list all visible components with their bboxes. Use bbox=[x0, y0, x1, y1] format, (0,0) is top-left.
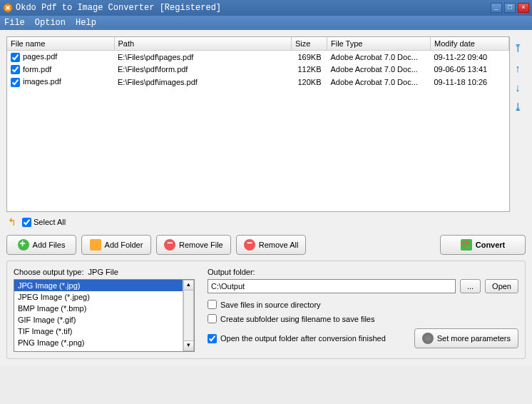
remove-all-button[interactable]: Remove All bbox=[236, 235, 307, 255]
table-row[interactable]: form.pdf E:\Files\pdf\form.pdf 112KB Ado… bbox=[7, 64, 509, 76]
menu-option[interactable]: Option bbox=[35, 18, 66, 28]
app-icon bbox=[3, 3, 13, 13]
add-files-button[interactable]: Add Files bbox=[6, 235, 76, 255]
create-subfolder-checkbox[interactable]: Create subfolder using filename to save … bbox=[208, 314, 518, 323]
minus-icon bbox=[244, 239, 255, 251]
scroll-up-icon[interactable]: ▴ bbox=[183, 280, 194, 291]
menu-bar: File Option Help bbox=[0, 16, 532, 30]
output-folder-label: Output folder: bbox=[208, 268, 518, 276]
list-item[interactable]: TIF Image (*.tif) bbox=[14, 325, 183, 337]
col-path[interactable]: Path bbox=[114, 37, 292, 51]
convert-button[interactable]: Convert bbox=[440, 235, 526, 255]
menu-help[interactable]: Help bbox=[76, 18, 96, 28]
open-output-checkbox[interactable]: Open the output folder after conversion … bbox=[208, 334, 414, 343]
move-top-icon[interactable]: ⤒ bbox=[513, 42, 523, 55]
minimize-button[interactable]: _ bbox=[491, 3, 502, 13]
title-bar: Okdo Pdf to Image Converter [Registered]… bbox=[0, 0, 532, 16]
table-row[interactable]: pages.pdf E:\Files\pdf\pages.pdf 169KB A… bbox=[7, 51, 509, 64]
set-more-parameters-button[interactable]: Set more parameters bbox=[414, 328, 518, 348]
move-bottom-icon[interactable]: ⤓ bbox=[513, 101, 523, 113]
list-item[interactable]: JPG Image (*.jpg) bbox=[14, 280, 183, 291]
output-type-list[interactable]: JPG Image (*.jpg) JPEG Image (*.jpeg) BM… bbox=[14, 279, 195, 352]
list-item[interactable]: GIF Image (*.gif) bbox=[14, 314, 183, 325]
select-all-checkbox[interactable]: Select All bbox=[22, 218, 66, 227]
row-checkbox[interactable] bbox=[11, 78, 20, 87]
add-folder-button[interactable]: Add Folder bbox=[81, 235, 151, 255]
minus-icon bbox=[164, 239, 175, 251]
plus-icon bbox=[18, 239, 29, 251]
reorder-buttons: ⤒ ↑ ↓ ⤓ bbox=[510, 36, 526, 212]
move-down-icon[interactable]: ↓ bbox=[515, 81, 521, 94]
col-size[interactable]: Size bbox=[292, 37, 327, 51]
maximize-button[interactable]: □ bbox=[504, 3, 516, 13]
window-title: Okdo Pdf to Image Converter [Registered] bbox=[16, 3, 488, 13]
col-filetype[interactable]: File Type bbox=[327, 37, 431, 51]
up-folder-icon[interactable]: ↰ bbox=[8, 216, 16, 228]
list-item[interactable]: BMP Image (*.bmp) bbox=[14, 303, 183, 314]
row-checkbox[interactable] bbox=[11, 53, 20, 62]
convert-icon bbox=[461, 239, 472, 251]
row-checkbox[interactable] bbox=[11, 65, 20, 74]
move-up-icon[interactable]: ↑ bbox=[515, 62, 521, 74]
scroll-down-icon[interactable]: ▾ bbox=[183, 340, 194, 351]
col-filename[interactable]: File name bbox=[7, 37, 114, 51]
list-item[interactable]: JPEG Image (*.jpeg) bbox=[14, 291, 183, 303]
browse-button[interactable]: ... bbox=[460, 279, 481, 293]
file-list[interactable]: File name Path Size File Type Modify dat… bbox=[6, 36, 510, 212]
table-row[interactable]: images.pdf E:\Files\pdf\images.pdf 120KB… bbox=[7, 76, 509, 89]
list-item[interactable]: PNG Image (*.png) bbox=[14, 337, 183, 348]
scrollbar[interactable]: ▴ ▾ bbox=[183, 280, 194, 351]
output-type-label: Choose output type: JPG File bbox=[14, 268, 195, 276]
save-in-source-checkbox[interactable]: Save files in source directory bbox=[208, 300, 518, 309]
col-modifydate[interactable]: Modify date bbox=[431, 37, 509, 51]
menu-file[interactable]: File bbox=[4, 18, 25, 28]
output-folder-input[interactable] bbox=[208, 279, 456, 293]
remove-file-button[interactable]: Remove File bbox=[156, 235, 231, 255]
gear-icon bbox=[422, 333, 434, 344]
open-folder-button[interactable]: Open bbox=[485, 279, 518, 293]
close-button[interactable]: × bbox=[518, 3, 529, 13]
folder-icon bbox=[90, 239, 101, 251]
